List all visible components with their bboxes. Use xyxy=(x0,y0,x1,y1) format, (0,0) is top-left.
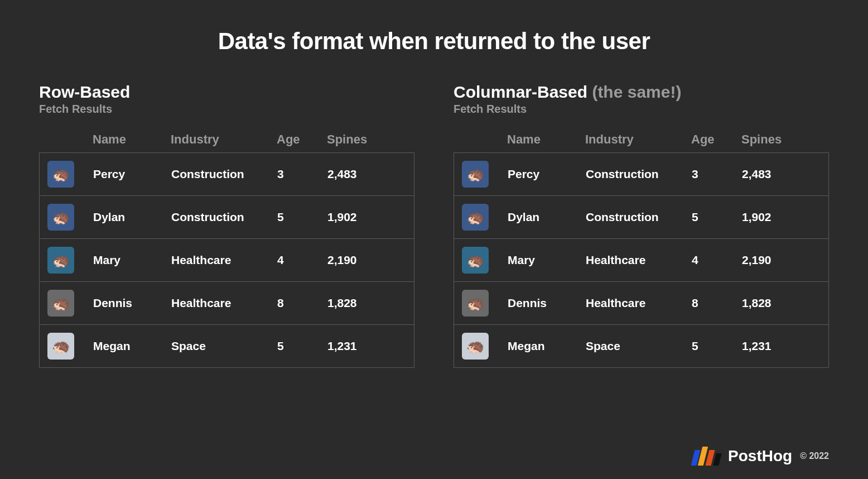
col-name: Name xyxy=(93,132,171,147)
col-industry: Industry xyxy=(171,132,277,147)
row-based-subheading: Fetch Results xyxy=(39,103,414,116)
cell-spines: 1,902 xyxy=(742,210,821,224)
col-spines: Spines xyxy=(327,132,407,147)
table-row: 🦔MeganSpace51,231 xyxy=(454,324,828,367)
cell-name: Megan xyxy=(93,339,171,353)
columnar-based-heading: Columnar-Based (the same!) xyxy=(454,83,829,102)
table-row: 🦔DennisHealthcare81,828 xyxy=(40,281,414,324)
avatar-icon: 🦔 xyxy=(47,333,74,360)
cell-industry: Healthcare xyxy=(171,253,277,267)
cell-name: Dennis xyxy=(508,296,586,310)
table-header: Name Industry Age Spines xyxy=(454,132,829,152)
table-row: 🦔MeganSpace51,231 xyxy=(40,324,414,367)
cell-industry: Space xyxy=(171,339,277,353)
avatar-icon: 🦔 xyxy=(462,290,489,317)
col-age: Age xyxy=(691,132,741,147)
cell-industry: Healthcare xyxy=(586,253,692,267)
col-spines: Spines xyxy=(741,132,821,147)
cell-name: Mary xyxy=(508,253,586,267)
cell-age: 5 xyxy=(277,210,327,224)
panels: Row-Based Fetch Results Name Industry Ag… xyxy=(39,83,829,368)
cell-spines: 1,828 xyxy=(742,296,821,310)
cell-industry: Healthcare xyxy=(586,296,692,310)
cell-age: 4 xyxy=(692,253,742,267)
table-row: 🦔PercyConstruction32,483 xyxy=(40,153,414,195)
avatar-icon: 🦔 xyxy=(47,204,74,231)
table-row: 🦔PercyConstruction32,483 xyxy=(454,153,828,195)
row-based-panel: Row-Based Fetch Results Name Industry Ag… xyxy=(39,83,414,368)
table-body-right: 🦔PercyConstruction32,483🦔DylanConstructi… xyxy=(454,152,829,368)
cell-industry: Healthcare xyxy=(171,296,277,310)
cell-spines: 1,828 xyxy=(327,296,406,310)
cell-age: 3 xyxy=(277,167,327,181)
avatar-icon: 🦔 xyxy=(47,161,74,188)
cell-spines: 1,231 xyxy=(327,339,406,353)
cell-spines: 2,483 xyxy=(742,167,821,181)
col-name: Name xyxy=(507,132,585,147)
cell-industry: Construction xyxy=(586,167,692,181)
table-row: 🦔MaryHealthcare42,190 xyxy=(454,238,828,281)
cell-spines: 2,190 xyxy=(742,253,821,267)
cell-name: Megan xyxy=(508,339,586,353)
columnar-based-panel: Columnar-Based (the same!) Fetch Results… xyxy=(454,83,829,368)
footer: PostHog © 2022 xyxy=(693,447,829,466)
cell-industry: Construction xyxy=(171,210,277,224)
page-title: Data's format when returned to the user xyxy=(39,28,829,55)
cell-industry: Construction xyxy=(586,210,692,224)
cell-name: Percy xyxy=(93,167,171,181)
cell-name: Dennis xyxy=(93,296,171,310)
avatar-icon: 🦔 xyxy=(462,333,489,360)
columnar-based-subheading: Fetch Results xyxy=(454,103,829,116)
avatar-icon: 🦔 xyxy=(462,204,489,231)
cell-spines: 1,231 xyxy=(742,339,821,353)
cell-industry: Space xyxy=(586,339,692,353)
columnar-based-table: Name Industry Age Spines 🦔PercyConstruct… xyxy=(454,132,829,368)
cell-age: 5 xyxy=(277,339,327,353)
avatar-icon: 🦔 xyxy=(47,247,74,274)
table-header: Name Industry Age Spines xyxy=(39,132,414,152)
same-note: (the same!) xyxy=(592,83,681,101)
cell-age: 3 xyxy=(692,167,742,181)
posthog-logo-text: PostHog xyxy=(728,447,792,465)
avatar-icon: 🦔 xyxy=(47,290,74,317)
cell-age: 5 xyxy=(692,210,742,224)
table-row: 🦔DennisHealthcare81,828 xyxy=(454,281,828,324)
posthog-logo-icon xyxy=(693,447,720,466)
col-age: Age xyxy=(277,132,327,147)
cell-name: Mary xyxy=(93,253,171,267)
row-based-heading: Row-Based xyxy=(39,83,414,102)
cell-name: Dylan xyxy=(93,210,171,224)
cell-spines: 1,902 xyxy=(327,210,406,224)
copyright: © 2022 xyxy=(800,451,829,461)
cell-age: 8 xyxy=(692,296,742,310)
avatar-icon: 🦔 xyxy=(462,247,489,274)
row-based-table: Name Industry Age Spines 🦔PercyConstruct… xyxy=(39,132,414,368)
cell-age: 5 xyxy=(692,339,742,353)
cell-industry: Construction xyxy=(171,167,277,181)
table-row: 🦔MaryHealthcare42,190 xyxy=(40,238,414,281)
cell-name: Percy xyxy=(508,167,586,181)
cell-name: Dylan xyxy=(508,210,586,224)
col-industry: Industry xyxy=(585,132,691,147)
table-row: 🦔DylanConstruction51,902 xyxy=(40,195,414,238)
avatar-icon: 🦔 xyxy=(462,161,489,188)
table-body-left: 🦔PercyConstruction32,483🦔DylanConstructi… xyxy=(39,152,414,368)
cell-age: 8 xyxy=(277,296,327,310)
cell-spines: 2,483 xyxy=(327,167,406,181)
cell-age: 4 xyxy=(277,253,327,267)
cell-spines: 2,190 xyxy=(327,253,406,267)
table-row: 🦔DylanConstruction51,902 xyxy=(454,195,828,238)
